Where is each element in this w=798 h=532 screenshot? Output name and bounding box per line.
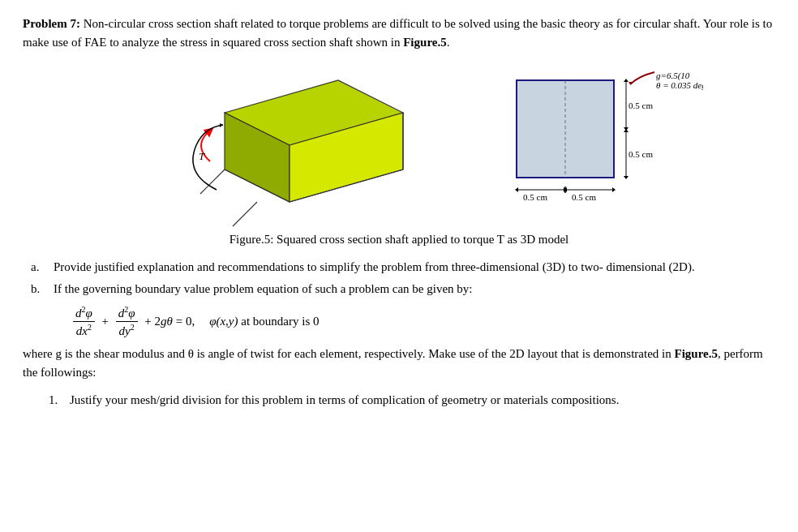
part-b-label: b.: [31, 280, 54, 298]
boundary-condition: φ(x,y) at boundary is 0: [209, 315, 319, 328]
svg-text:T: T: [199, 150, 205, 162]
part-b-text: If the governing boundary value problem …: [54, 280, 473, 298]
figure-area: T: [23, 64, 775, 226]
svg-text:0.5 cm: 0.5 cm: [629, 101, 653, 110]
svg-marker-16: [624, 79, 629, 82]
svg-text:θ = 0.035 deg: θ = 0.035 deg: [656, 80, 703, 90]
svg-marker-24: [515, 187, 518, 192]
part-b: b. If the governing boundary value probl…: [31, 280, 775, 298]
3d-shaft-svg: T: [152, 64, 435, 234]
part-a-text: Provide justified explanation and recomm…: [54, 258, 695, 277]
numbered-list: 1. Justify your mesh/grid division for t…: [49, 391, 775, 410]
caption-figure: Figure.5: [230, 233, 270, 246]
2d-section-svg: g=6.5(10 6 ) N/cm² θ = 0.035 deg 0.5 cm …: [468, 64, 703, 234]
phi-xy: φ(x,y) at boundary is 0: [209, 315, 319, 328]
problem-statement: Problem 7: Non-circular cross section sh…: [23, 15, 775, 53]
figure-3d: T: [152, 64, 435, 226]
caption-desc: : Squared cross section shaft applied to…: [270, 233, 568, 246]
svg-line-7: [233, 202, 257, 226]
denominator-dy: dy2: [117, 322, 137, 338]
figure-caption: Figure.5: Squared cross section shaft ap…: [23, 233, 775, 247]
fraction-dy: d2φ dy2: [116, 305, 138, 338]
problem-container: Problem 7: Non-circular cross section sh…: [23, 15, 775, 410]
list-item-1: 1. Justify your mesh/grid division for t…: [49, 391, 775, 410]
where-desc: where g is the shear modulus and θ is an…: [23, 347, 671, 360]
numerator-dx: d2φ: [73, 305, 95, 322]
parts-list: a. Provide justified explanation and rec…: [31, 258, 775, 299]
svg-marker-20: [624, 129, 629, 132]
problem-number: Problem 7:: [23, 17, 80, 30]
part-a: a. Provide justified explanation and rec…: [31, 258, 775, 277]
svg-marker-29: [612, 187, 616, 192]
svg-text:0.5 cm: 0.5 cm: [629, 149, 653, 159]
svg-text:0.5 cm: 0.5 cm: [572, 192, 596, 202]
where-text: where g is the shear modulus and θ is an…: [23, 345, 775, 383]
svg-text:0.5 cm: 0.5 cm: [523, 192, 547, 202]
fraction-dx: d2φ dx2: [73, 305, 95, 338]
part-a-label: a.: [31, 258, 54, 277]
numerator-dy: d2φ: [116, 305, 138, 322]
figure-ref-inline: Figure.5: [403, 36, 446, 49]
figure-2d: g=6.5(10 6 ) N/cm² θ = 0.035 deg 0.5 cm …: [468, 64, 646, 226]
item1-label: 1.: [49, 391, 70, 410]
equation-left: d2φ dx2 + d2φ dy2 + 2gθ = 0,: [71, 305, 195, 338]
plus-2g: + 2gθ = 0,: [142, 315, 195, 328]
item1-text: Justify your mesh/grid division for this…: [70, 391, 619, 410]
plus-sign: +: [99, 315, 112, 328]
problem-desc: Non-circular cross section shaft related…: [23, 17, 772, 49]
equation-block: d2φ dx2 + d2φ dy2 + 2gθ = 0, φ(x,y) at b…: [71, 305, 775, 338]
where-figure: Figure.5: [675, 347, 718, 360]
svg-marker-21: [624, 176, 629, 179]
denominator-dx: dx2: [74, 322, 94, 338]
